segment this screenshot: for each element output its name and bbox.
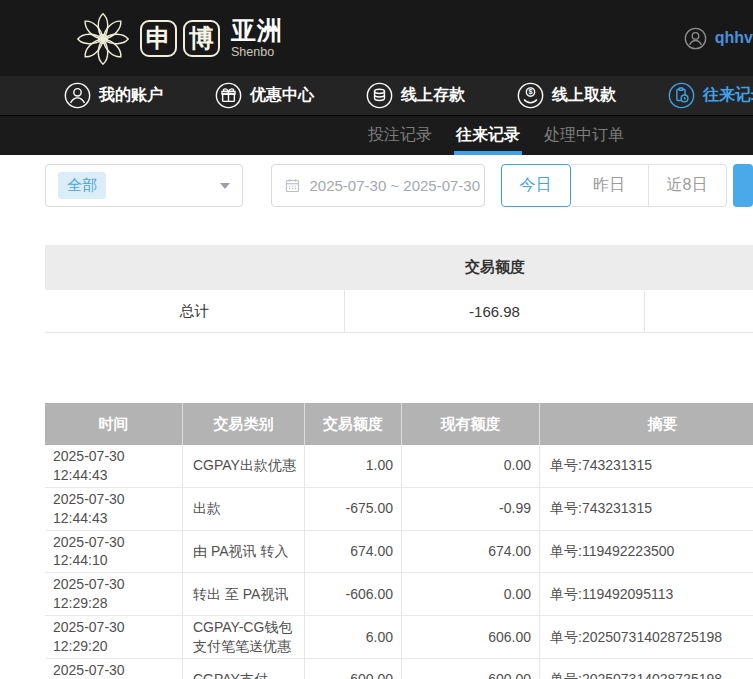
flower-logo-icon <box>72 7 134 69</box>
cell-type: CGPAY出款优惠 <box>183 445 305 487</box>
cell-time: 2025-07-30 12:44:43 <box>45 488 183 530</box>
deposit-coins-icon <box>366 82 393 109</box>
table-row: 2025-07-30 12:44:43出款-675.00-0.99单号:7432… <box>45 488 753 531</box>
date-range-value: 2025-07-30 ~ 2025-07-30 <box>310 177 481 194</box>
yesterday-button[interactable]: 昨日 <box>571 164 649 207</box>
date-range-input[interactable]: 2025-07-30 ~ 2025-07-30 <box>271 164 485 207</box>
nav-item-label: 往来记录 <box>703 85 753 106</box>
column-header-time: 时间 <box>45 403 183 445</box>
cell-summary: 单号:743231315 <box>540 488 753 530</box>
cell-summary: 单号:743231315 <box>540 445 753 487</box>
search-button[interactable] <box>733 164 753 207</box>
transactions-body: 2025-07-30 12:44:43CGPAY出款优惠1.000.00单号:7… <box>45 445 753 679</box>
nav-item-withdraw[interactable]: $ 线上取款 <box>517 82 616 109</box>
cell-time: 2025-07-30 12:29:20 <box>45 659 183 679</box>
tab-transaction-records[interactable]: 往来记录 <box>456 116 520 155</box>
summary-header-label: 交易额度 <box>345 258 645 277</box>
gift-icon <box>215 82 242 109</box>
cell-balance: 0.00 <box>402 445 540 487</box>
summary-total-row: 总计 -166.98 <box>45 290 753 333</box>
cell-amount: 1.00 <box>305 445 402 487</box>
nav-item-deposit[interactable]: 线上存款 <box>366 82 465 109</box>
cell-type: 转出 至 PA视讯 <box>183 573 305 615</box>
transactions-header: 时间 交易类别 交易额度 现有额度 摘要 <box>45 403 753 445</box>
nav-item-label: 优惠中心 <box>250 85 314 106</box>
brand-logo: 申 博 亚洲 Shenbo <box>72 7 283 69</box>
cell-balance: 600.00 <box>402 659 540 679</box>
nav-item-label: 线上存款 <box>401 85 465 106</box>
username[interactable]: qhhv <box>715 29 753 47</box>
table-row: 2025-07-30 12:29:20CGPAY-CG钱包支付笔笔送优惠6.00… <box>45 616 753 659</box>
cell-summary: 单号:119492223500 <box>540 531 753 573</box>
cell-type: 出款 <box>183 488 305 530</box>
cell-amount: 6.00 <box>305 616 402 658</box>
svg-text:$: $ <box>528 87 532 96</box>
tab-betting-records[interactable]: 投注记录 <box>368 116 432 155</box>
cell-time: 2025-07-30 12:29:28 <box>45 573 183 615</box>
nav-item-my-account[interactable]: 我的账户 <box>64 82 163 109</box>
cell-balance: -0.99 <box>402 488 540 530</box>
nav-item-label: 我的账户 <box>99 85 163 106</box>
summary-header: 交易额度 <box>45 245 753 290</box>
cell-summary: 单号:202507314028725198 <box>540 659 753 679</box>
summary-total-label: 总计 <box>45 290 345 332</box>
column-header-balance: 现有额度 <box>402 403 540 445</box>
table-row: 2025-07-30 12:29:20CGPAY支付600.00600.00单号… <box>45 659 753 679</box>
logo-region: 亚洲 Shenbo <box>231 18 283 59</box>
column-header-summary: 摘要 <box>540 403 753 445</box>
chevron-down-icon <box>220 183 230 189</box>
cell-summary: 单号:202507314028725198 <box>540 616 753 658</box>
top-header: 申 博 亚洲 Shenbo qhhv <box>0 0 753 76</box>
cell-amount: 674.00 <box>305 531 402 573</box>
cell-type: 由 PA视讯 转入 <box>183 531 305 573</box>
summary-table: 交易额度 总计 -166.98 <box>45 245 753 333</box>
tab-processing-orders[interactable]: 处理中订单 <box>544 116 624 155</box>
avatar-icon <box>684 27 707 50</box>
user-icon <box>64 82 91 109</box>
cell-balance: 0.00 <box>402 573 540 615</box>
table-row: 2025-07-30 12:29:28转出 至 PA视讯-606.000.00单… <box>45 573 753 616</box>
type-select-value: 全部 <box>58 172 106 199</box>
cell-amount: -675.00 <box>305 488 402 530</box>
column-header-amount: 交易额度 <box>305 403 402 445</box>
cell-amount: -606.00 <box>305 573 402 615</box>
withdraw-coin-icon: $ <box>517 82 544 109</box>
logo-char-box: 博 <box>183 20 220 57</box>
calendar-icon <box>284 177 301 194</box>
cell-time: 2025-07-30 12:29:20 <box>45 616 183 658</box>
nav-item-label: 线上取款 <box>552 85 616 106</box>
nav-item-transactions[interactable]: 往来记录 <box>668 82 753 109</box>
main-nav: 我的账户 优惠中心 线上存款 $ 线上取款 <box>0 76 753 116</box>
table-row: 2025-07-30 12:44:10由 PA视讯 转入674.00674.00… <box>45 531 753 574</box>
cell-balance: 674.00 <box>402 531 540 573</box>
cell-amount: 600.00 <box>305 659 402 679</box>
quick-range-group: 今日 昨日 近8日 <box>501 164 727 207</box>
today-button[interactable]: 今日 <box>501 164 571 207</box>
logo-region-en: Shenbo <box>231 46 283 59</box>
summary-empty-cell <box>645 290 753 332</box>
type-select[interactable]: 全部 <box>45 164 243 207</box>
nav-item-promotions[interactable]: 优惠中心 <box>215 82 314 109</box>
record-tabs: 投注记录 往来记录 处理中订单 <box>0 116 753 155</box>
records-clipboard-icon <box>668 82 695 109</box>
filter-bar: 全部 2025-07-30 ~ 2025-07-30 今日 昨日 近8日 <box>45 164 753 207</box>
cell-type: CGPAY-CG钱包支付笔笔送优惠 <box>183 616 305 658</box>
cell-balance: 606.00 <box>402 616 540 658</box>
logo-char-box: 申 <box>140 20 177 57</box>
logo-region-cn: 亚洲 <box>231 18 283 43</box>
last-8-days-button[interactable]: 近8日 <box>649 164 727 207</box>
cell-summary: 单号:119492095113 <box>540 573 753 615</box>
table-row: 2025-07-30 12:44:43CGPAY出款优惠1.000.00单号:7… <box>45 445 753 488</box>
column-header-type: 交易类别 <box>183 403 305 445</box>
cell-type: CGPAY支付 <box>183 659 305 679</box>
summary-total-value: -166.98 <box>345 290 645 332</box>
cell-time: 2025-07-30 12:44:43 <box>45 445 183 487</box>
cell-time: 2025-07-30 12:44:10 <box>45 531 183 573</box>
transactions-table: 时间 交易类别 交易额度 现有额度 摘要 2025-07-30 12:44:43… <box>45 403 753 679</box>
user-menu[interactable]: qhhv <box>684 0 753 76</box>
